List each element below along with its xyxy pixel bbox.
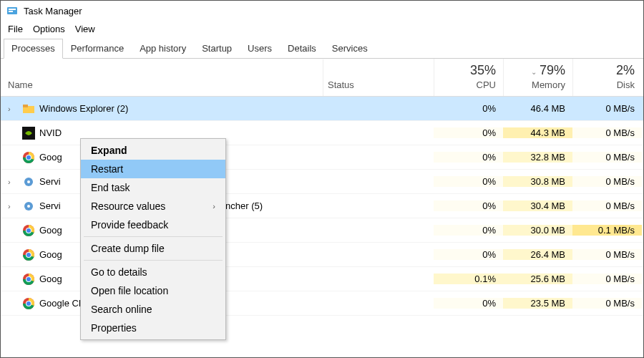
process-name: Windows Explorer (2) bbox=[39, 103, 128, 114]
header-memory[interactable]: ⌄79% Memory bbox=[503, 59, 572, 96]
svg-point-10 bbox=[26, 155, 31, 160]
svg-point-12 bbox=[27, 180, 30, 183]
tabs: Processes Performance App history Startu… bbox=[1, 39, 643, 59]
process-name: Goog bbox=[39, 274, 62, 284]
process-name: Goog bbox=[39, 152, 62, 163]
memory-value: 26.4 MB bbox=[503, 249, 572, 260]
nvidia-icon bbox=[22, 127, 35, 140]
chevron-down-icon: ⌄ bbox=[531, 68, 537, 76]
chrome-icon bbox=[22, 248, 35, 261]
disk-value: 0 MB/s bbox=[572, 152, 642, 163]
memory-value: 46.4 MB bbox=[503, 103, 572, 114]
ctx-provide-feedback[interactable]: Provide feedback bbox=[81, 216, 225, 234]
menu-options[interactable]: Options bbox=[33, 24, 65, 34]
cpu-percent: 35% bbox=[441, 63, 496, 78]
memory-value: 44.3 MB bbox=[503, 127, 572, 138]
tab-app-history[interactable]: App history bbox=[132, 39, 194, 58]
gear-icon bbox=[22, 200, 35, 213]
disk-value: 0 MB/s bbox=[572, 298, 642, 309]
process-name: Servi bbox=[39, 176, 61, 187]
process-name: Goog bbox=[39, 249, 62, 260]
memory-value: 30.0 MB bbox=[503, 225, 572, 236]
tab-services[interactable]: Services bbox=[324, 39, 376, 58]
chrome-icon bbox=[22, 151, 35, 164]
menu-file[interactable]: File bbox=[8, 24, 23, 34]
chrome-icon bbox=[22, 273, 35, 286]
ctx-expand[interactable]: Expand bbox=[81, 141, 225, 160]
tab-processes[interactable]: Processes bbox=[4, 39, 63, 59]
folder-icon bbox=[22, 102, 35, 115]
process-name: Goog bbox=[39, 225, 62, 236]
svg-point-14 bbox=[27, 205, 30, 208]
ctx-restart[interactable]: Restart bbox=[81, 160, 225, 178]
expand-icon[interactable]: › bbox=[8, 105, 18, 113]
memory-value: 30.4 MB bbox=[503, 200, 572, 211]
header-disk[interactable]: 2% Disk bbox=[572, 59, 642, 96]
ctx-end-task[interactable]: End task bbox=[81, 178, 225, 197]
task-manager-icon bbox=[6, 5, 18, 16]
cpu-value: 0.1% bbox=[434, 274, 503, 284]
cpu-value: 0% bbox=[434, 200, 503, 211]
tab-startup[interactable]: Startup bbox=[194, 39, 240, 58]
expand-icon[interactable]: › bbox=[8, 178, 18, 186]
svg-rect-2 bbox=[9, 11, 13, 12]
context-menu: Expand Restart End task Resource values›… bbox=[80, 138, 226, 340]
gear-icon bbox=[22, 175, 35, 188]
disk-value: 0 MB/s bbox=[572, 200, 642, 211]
tab-users[interactable]: Users bbox=[240, 39, 280, 58]
disk-value: 0.1 MB/s bbox=[572, 225, 642, 236]
memory-value: 23.5 MB bbox=[503, 298, 572, 309]
memory-value: 25.6 MB bbox=[503, 274, 572, 284]
column-headers: Name Status 35% CPU ⌄79% Memory 2% Disk bbox=[1, 59, 643, 97]
ctx-open-location[interactable]: Open file location bbox=[81, 281, 225, 300]
svg-point-34 bbox=[26, 301, 31, 306]
cpu-value: 0% bbox=[434, 103, 503, 114]
header-status[interactable]: Status bbox=[323, 59, 434, 96]
ctx-create-dump[interactable]: Create dump file bbox=[81, 239, 225, 258]
disk-label: Disk bbox=[580, 79, 635, 90]
memory-percent: ⌄79% bbox=[511, 63, 565, 78]
disk-value: 0 MB/s bbox=[572, 249, 642, 260]
separator bbox=[84, 236, 223, 237]
chevron-right-icon: › bbox=[213, 202, 215, 211]
chrome-icon bbox=[22, 224, 35, 237]
tab-performance[interactable]: Performance bbox=[63, 39, 132, 58]
disk-value: 0 MB/s bbox=[572, 103, 642, 114]
svg-point-24 bbox=[26, 253, 31, 257]
process-name: Servi bbox=[39, 200, 61, 211]
process-name: NVID bbox=[39, 127, 62, 138]
ctx-search-online[interactable]: Search online bbox=[81, 300, 225, 319]
cpu-value: 0% bbox=[434, 127, 503, 138]
memory-value: 32.8 MB bbox=[503, 152, 572, 163]
disk-value: 0 MB/s bbox=[572, 127, 642, 138]
cpu-value: 0% bbox=[434, 225, 503, 236]
svg-rect-1 bbox=[9, 9, 16, 10]
ctx-go-to-details[interactable]: Go to details bbox=[81, 263, 225, 281]
svg-point-19 bbox=[26, 228, 31, 233]
table-row[interactable]: › Windows Explorer (2) 0% 46.4 MB 0 MB/s bbox=[1, 97, 643, 121]
expand-icon[interactable]: › bbox=[8, 202, 18, 211]
disk-percent: 2% bbox=[580, 63, 635, 78]
cpu-value: 0% bbox=[434, 176, 503, 187]
svg-rect-4 bbox=[23, 105, 28, 107]
cpu-value: 0% bbox=[434, 298, 503, 309]
memory-label: Memory bbox=[511, 79, 565, 90]
ctx-properties[interactable]: Properties bbox=[81, 319, 225, 337]
titlebar: Task Manager bbox=[1, 1, 643, 21]
ctx-resource-values[interactable]: Resource values› bbox=[81, 197, 225, 216]
cpu-label: CPU bbox=[441, 79, 496, 90]
memory-value: 30.8 MB bbox=[503, 176, 572, 187]
disk-value: 0 MB/s bbox=[572, 176, 642, 187]
menu-view[interactable]: View bbox=[75, 24, 95, 34]
header-name[interactable]: Name bbox=[1, 59, 323, 96]
separator bbox=[84, 260, 223, 261]
disk-value: 0 MB/s bbox=[572, 274, 642, 284]
svg-point-29 bbox=[26, 277, 31, 281]
window-title: Task Manager bbox=[24, 6, 82, 16]
tab-details[interactable]: Details bbox=[280, 39, 324, 58]
header-cpu[interactable]: 35% CPU bbox=[434, 59, 503, 96]
chrome-icon bbox=[22, 297, 35, 310]
cpu-value: 0% bbox=[434, 152, 503, 163]
cpu-value: 0% bbox=[434, 249, 503, 260]
menubar: File Options View bbox=[1, 21, 643, 39]
